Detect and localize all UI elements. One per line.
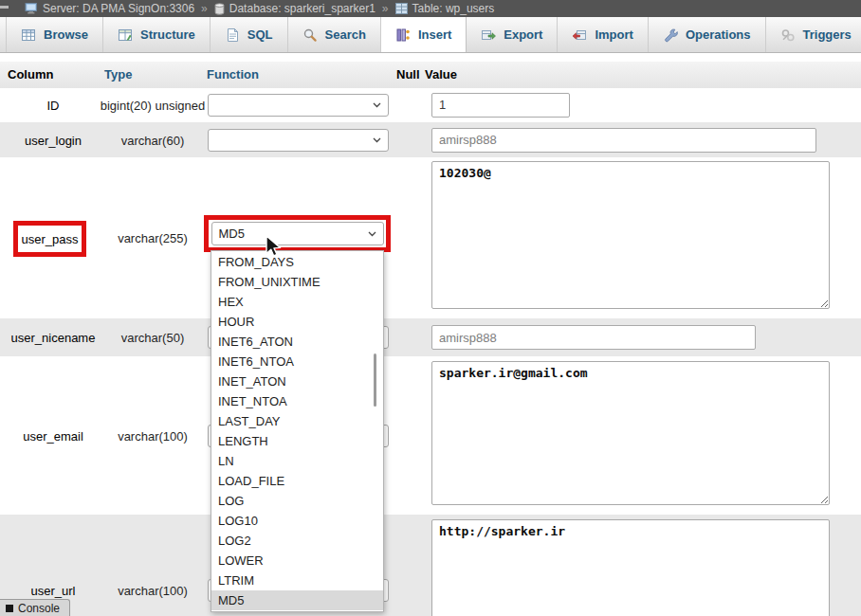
column-name-user-login: user_login (0, 133, 106, 147)
insert-row-id: ID bigint(20) unsigned (0, 87, 861, 122)
function-selected-value: MD5 (219, 226, 245, 241)
value-input-user-nicename[interactable] (431, 325, 756, 350)
breadcrumb: Server: DA PMA SignOn:3306 » Database: s… (0, 0, 861, 17)
column-type-user-login: varchar(60) (99, 133, 207, 147)
table-icon (395, 3, 408, 14)
header-function[interactable]: Function (207, 67, 259, 82)
column-type-user-url: varchar(100) (99, 584, 207, 598)
insert-form-rows: ID bigint(20) unsigned user_login varcha… (0, 87, 861, 616)
column-type-user-email: varchar(100) (99, 428, 207, 443)
tab-insert[interactable]: Insert (381, 17, 467, 52)
function-option[interactable]: LOG2 (211, 531, 383, 551)
value-textarea-user-email[interactable]: sparker.ir@gmail.com (431, 361, 830, 505)
insert-row-user-nicename: user_nicename varchar(50) (0, 318, 861, 356)
column-name-user-email: user_email (0, 428, 106, 443)
function-option[interactable]: LOWER (211, 551, 383, 571)
value-input-user-login[interactable] (431, 128, 816, 153)
highlight-box-user-pass-label: user_pass (13, 221, 86, 257)
dropdown-scrollbar-thumb[interactable] (374, 353, 376, 407)
function-select-user-pass[interactable]: MD5 (211, 222, 384, 245)
column-type-id: bigint(20) unsigned (99, 98, 207, 112)
breadcrumb-server[interactable]: Server: DA PMA SignOn:3306 (25, 2, 194, 15)
phpmyadmin-insert-screen: Server: DA PMA SignOn:3306 » Database: s… (0, 0, 861, 616)
insert-row-user-url: user_url varchar(100) http://sparker.ir (0, 515, 861, 616)
tab-triggers[interactable]: Triggers (766, 17, 861, 52)
operations-icon (663, 27, 678, 43)
window-control-fragment (0, 6, 9, 9)
insert-row-user-pass: user_pass varchar(255) MD5 102030@ (0, 157, 861, 318)
chevron-down-icon (373, 137, 381, 143)
breadcrumb-database[interactable]: Database: sparkeri_sparker1 (214, 2, 376, 15)
triggers-icon (780, 27, 796, 43)
value-input-id[interactable] (431, 93, 570, 118)
function-option[interactable]: LOG (211, 491, 383, 511)
function-option[interactable]: HEX (211, 292, 383, 312)
browse-icon (21, 27, 36, 43)
function-dropdown-list: FROM_DAYS FROM_UNIXTIME HEX HOUR INET6_A… (211, 250, 384, 612)
console-button[interactable]: Console (0, 599, 70, 616)
column-type-user-nicename: varchar(50) (99, 331, 207, 345)
column-name-user-url: user_url (0, 584, 106, 598)
highlight-box-md5-select: MD5 (204, 215, 391, 252)
tab-label: Triggers (803, 27, 852, 42)
function-option[interactable]: LOG10 (211, 511, 383, 531)
function-option[interactable]: INET_NTOA (211, 391, 383, 411)
mouse-cursor (265, 235, 285, 258)
tab-operations[interactable]: Operations (649, 17, 766, 52)
function-select-user-login[interactable] (208, 129, 389, 152)
header-column: Column (8, 67, 53, 82)
chevron-down-icon (368, 231, 376, 237)
tab-label: SQL (247, 27, 273, 42)
function-option[interactable]: LENGTH (211, 431, 383, 451)
breadcrumb-database-label: Database: sparkeri_sparker1 (229, 2, 376, 15)
tab-export[interactable]: Export (467, 17, 558, 52)
tab-label: Export (504, 27, 542, 42)
column-name-user-pass: user_pass (22, 232, 79, 246)
insert-icon (395, 27, 411, 43)
function-option[interactable]: FROM_DAYS (211, 252, 383, 272)
function-option[interactable]: INET6_NTOA (211, 352, 383, 371)
header-type[interactable]: Type (104, 67, 132, 82)
function-option[interactable]: INET_ATON (211, 371, 383, 391)
value-textarea-user-url[interactable]: http://sparker.ir (431, 519, 830, 616)
search-icon (302, 27, 318, 43)
console-label: Console (18, 602, 60, 615)
value-textarea-user-pass[interactable]: 102030@ (431, 161, 830, 309)
column-name-id: ID (0, 98, 106, 112)
function-option[interactable]: LTRIM (211, 571, 383, 590)
tab-label: Import (595, 27, 632, 42)
function-option-md5-highlighted[interactable]: MD5 (211, 590, 383, 610)
import-icon (572, 27, 587, 43)
function-select-id[interactable] (208, 94, 389, 117)
column-name-user-nicename: user_nicename (0, 331, 106, 345)
function-option[interactable]: FROM_UNIXTIME (211, 272, 383, 292)
structure-icon (118, 27, 133, 43)
tab-label: Insert (418, 27, 451, 42)
function-option[interactable]: LOAD_FILE (211, 471, 383, 491)
breadcrumb-server-label: Server: DA PMA SignOn:3306 (43, 2, 194, 15)
console-icon (6, 605, 13, 612)
function-option[interactable]: LN (211, 451, 383, 471)
tab-structure[interactable]: Structure (103, 17, 211, 52)
function-option[interactable]: INET6_ATON (211, 332, 383, 352)
tab-label: Browse (44, 27, 88, 42)
tab-label: Search (325, 27, 366, 42)
table-tabs: Browse Structure SQL Search Insert Expor… (0, 17, 861, 53)
breadcrumb-table[interactable]: Table: wp_users (395, 2, 495, 15)
insert-row-user-email: user_email varchar(100) sparker.ir@gmail… (0, 356, 861, 515)
tab-sql[interactable]: SQL (211, 17, 288, 52)
tab-import[interactable]: Import (558, 17, 648, 52)
function-option[interactable]: LAST_DAY (211, 411, 383, 431)
insert-grid-header: Column Type Function Null Value (0, 61, 861, 88)
function-option[interactable]: HOUR (211, 312, 383, 332)
tab-label: Structure (140, 27, 195, 42)
tab-browse[interactable]: Browse (6, 17, 103, 52)
database-icon (214, 3, 225, 15)
tab-search[interactable]: Search (288, 17, 381, 52)
server-icon (25, 3, 38, 14)
tab-label: Operations (686, 27, 751, 42)
header-value: Value (425, 67, 457, 82)
breadcrumb-separator: » (201, 2, 208, 15)
column-type-user-pass: varchar(255) (99, 231, 207, 245)
breadcrumb-table-label: Table: wp_users (412, 2, 495, 15)
